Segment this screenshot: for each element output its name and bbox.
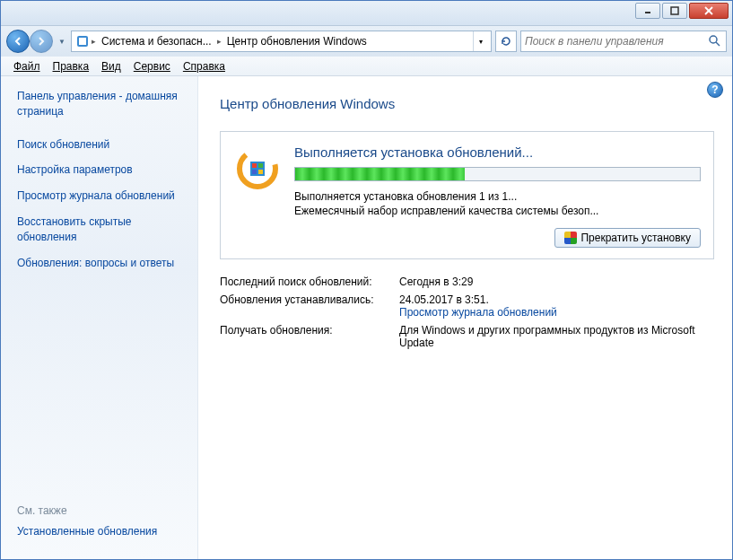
- install-title: Выполняется установка обновлений...: [294, 144, 701, 160]
- menu-view[interactable]: Вид: [96, 58, 127, 74]
- install-detail-text: Ежемесячный набор исправлений качества с…: [294, 205, 701, 217]
- breadcrumb-segment-system[interactable]: Система и безопасн...: [98, 35, 215, 48]
- search-input[interactable]: [525, 35, 708, 48]
- stop-install-button[interactable]: Прекратить установку: [554, 228, 701, 248]
- menu-edit[interactable]: Правка: [48, 58, 95, 74]
- window-frame: ▼ ▸ Система и безопасн... ▸ Центр обновл…: [0, 0, 733, 560]
- sidebar-installed-updates[interactable]: Установленные обновления: [17, 524, 185, 539]
- menu-help[interactable]: Справка: [178, 58, 231, 74]
- page-title: Центр обновления Windows: [220, 96, 714, 111]
- last-check-value: Сегодня в 3:29: [399, 276, 714, 288]
- sidebar-faq[interactable]: Обновления: вопросы и ответы: [17, 256, 185, 271]
- last-check-label: Последний поиск обновлений:: [220, 276, 399, 288]
- last-install-label: Обновления устанавливались:: [220, 293, 399, 319]
- menu-tools[interactable]: Сервис: [128, 58, 176, 74]
- navbar: ▼ ▸ Система и безопасн... ▸ Центр обновл…: [1, 26, 732, 57]
- maximize-button[interactable]: [662, 3, 687, 19]
- svg-rect-5: [79, 38, 86, 45]
- refresh-button[interactable]: [495, 31, 517, 52]
- sidebar-history[interactable]: Просмотр журнала обновлений: [17, 188, 185, 204]
- svg-point-6: [710, 36, 717, 43]
- info-grid: Последний поиск обновлений: Сегодня в 3:…: [220, 276, 714, 349]
- receive-value: Для Windows и других программных продукт…: [399, 324, 714, 349]
- chevron-right-icon: ▸: [90, 37, 98, 46]
- svg-line-7: [716, 42, 720, 46]
- svg-rect-1: [671, 7, 678, 14]
- install-progress-text: Выполняется установка обновления 1 из 1.…: [294, 190, 701, 203]
- search-box[interactable]: [520, 31, 727, 52]
- sidebar-home[interactable]: Панель управления - домашняя страница: [17, 89, 185, 119]
- breadcrumb-dropdown[interactable]: ▾: [473, 31, 487, 51]
- sidebar-settings[interactable]: Настройка параметров: [17, 162, 185, 178]
- stop-button-label: Прекратить установку: [580, 232, 691, 244]
- shield-icon: [564, 232, 577, 244]
- chevron-right-icon: ▸: [215, 37, 223, 46]
- close-button[interactable]: [689, 3, 729, 19]
- menu-file[interactable]: Файл: [8, 58, 46, 74]
- main-pane: ? Центр обновления Windows Выполняется у…: [198, 76, 732, 559]
- history-link[interactable]: Просмотр журнала обновлений: [399, 306, 557, 319]
- nav-history-dropdown[interactable]: ▼: [57, 38, 67, 46]
- sidebar: Панель управления - домашняя страница По…: [1, 76, 198, 559]
- menubar: Файл Правка Вид Сервис Справка: [1, 57, 732, 76]
- see-also-label: См. также: [17, 504, 185, 517]
- last-install-value: 24.05.2017 в 3:51.: [399, 293, 489, 306]
- search-icon: [708, 34, 722, 49]
- nav-forward-button[interactable]: [30, 30, 53, 53]
- help-icon[interactable]: ?: [707, 82, 723, 98]
- svg-rect-10: [252, 163, 257, 168]
- control-panel-icon: [75, 34, 90, 48]
- breadcrumb[interactable]: ▸ Система и безопасн... ▸ Центр обновлен…: [71, 31, 492, 52]
- update-status-box: Выполняется установка обновлений... Выпо…: [220, 131, 714, 259]
- progress-bar: [294, 167, 701, 181]
- svg-rect-11: [258, 163, 263, 168]
- minimize-button[interactable]: [635, 3, 660, 19]
- content: Панель управления - домашняя страница По…: [1, 76, 732, 559]
- sidebar-restore-hidden[interactable]: Восстановить скрытые обновления: [17, 214, 185, 245]
- sidebar-check-updates[interactable]: Поиск обновлений: [17, 137, 185, 153]
- titlebar: [1, 1, 732, 26]
- svg-rect-12: [252, 170, 257, 174]
- breadcrumb-segment-update[interactable]: Центр обновления Windows: [223, 35, 371, 48]
- windows-update-icon: [233, 144, 282, 193]
- svg-rect-13: [258, 170, 263, 174]
- nav-back-button[interactable]: [6, 30, 30, 53]
- receive-label: Получать обновления:: [220, 324, 399, 349]
